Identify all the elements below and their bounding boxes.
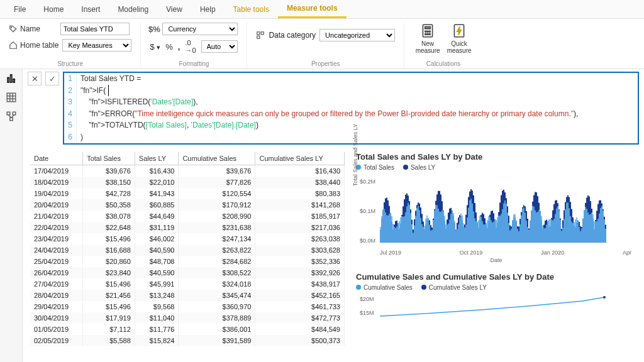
svg-rect-267 — [528, 229, 530, 243]
new-measure-button[interactable]: New measure — [413, 23, 442, 54]
data-view-icon[interactable] — [6, 92, 17, 103]
svg-rect-109 — [429, 224, 430, 242]
data-category-select[interactable]: Uncategorized — [319, 29, 395, 41]
cancel-formula-button[interactable]: ✕ — [28, 72, 42, 85]
measure-name-input[interactable] — [60, 23, 130, 35]
table-row[interactable]: 17/04/2019$39,676$16,430$39,676$16,430 — [30, 165, 345, 177]
line-chart-svg: $20M $15M — [356, 292, 608, 317]
svg-rect-73 — [406, 206, 408, 243]
svg-rect-97 — [421, 224, 423, 242]
ribbon: Name Home table Key Measures Structure $… — [0, 19, 644, 69]
chart-sales-by-date[interactable]: Total Sales and Sales LY by Date Total S… — [356, 152, 636, 263]
tab-home[interactable]: Home — [35, 0, 72, 18]
table-row[interactable]: 26/04/2019$23,840$40,590$308,522$392,926 — [30, 267, 345, 278]
table-row[interactable]: 18/04/2019$38,150$22,010$77,826$38,440 — [30, 177, 345, 188]
svg-rect-35 — [382, 209, 384, 243]
svg-rect-13 — [8, 78, 9, 83]
tab-table-tools[interactable]: Table tools — [225, 0, 278, 18]
svg-rect-369 — [592, 214, 594, 243]
table-row[interactable]: 25/04/2019$20,860$48,708$284,682$352,336 — [30, 256, 345, 267]
home-table-label: Home table — [20, 41, 58, 50]
table-row[interactable]: 30/04/2019$17,919$11,040$378,889$472,773 — [30, 312, 345, 324]
table-row[interactable]: 28/04/2019$21,456$13,248$345,474$452,165 — [30, 290, 345, 301]
tab-help[interactable]: Help — [191, 0, 225, 18]
chart-cumulative[interactable]: Cumulative Sales and Cumulative Sales LY… — [356, 272, 636, 319]
col-header[interactable]: Cumulative Sales LY — [255, 152, 345, 165]
area-chart-svg: $0.2M $0.1M $0.0M — [356, 172, 608, 248]
svg-rect-171 — [468, 207, 469, 243]
tab-modeling[interactable]: Modeling — [109, 0, 157, 18]
thousands-button[interactable]: , — [178, 42, 180, 52]
svg-rect-177 — [472, 203, 473, 242]
svg-text:$15M: $15M — [360, 310, 374, 316]
table-row[interactable]: 24/04/2019$16,688$40,590$263,822$303,628 — [30, 244, 345, 256]
table-row[interactable]: 23/04/2019$15,496$46,002$247,134$263,038 — [30, 233, 345, 244]
svg-rect-87 — [415, 216, 416, 243]
col-header[interactable]: Total Sales — [83, 152, 135, 165]
svg-rect-317 — [560, 219, 561, 242]
table-row[interactable]: 27/04/2019$15,496$45,991$324,018$438,917 — [30, 278, 345, 290]
col-header[interactable]: Cumulative Sales — [179, 152, 255, 165]
quick-measure-button[interactable]: Quick measure — [445, 23, 474, 54]
svg-rect-323 — [564, 219, 565, 242]
col-header[interactable]: Sales LY — [135, 152, 179, 165]
svg-rect-375 — [596, 221, 597, 242]
svg-point-11 — [429, 33, 430, 35]
dax-editor[interactable]: 1Total Sales YTD =2"fn">IF( 3 "fn">ISFIL… — [63, 72, 639, 145]
tab-view[interactable]: View — [157, 0, 191, 18]
svg-rect-277 — [535, 210, 536, 242]
table-row[interactable]: 19/04/2019$42,728$41,943$120,554$80,383 — [30, 188, 345, 199]
svg-rect-313 — [557, 206, 558, 243]
svg-rect-15 — [13, 79, 14, 82]
svg-rect-61 — [399, 221, 400, 243]
model-view-icon[interactable] — [6, 111, 17, 122]
svg-rect-329 — [567, 202, 569, 243]
tab-file[interactable]: File — [5, 0, 35, 18]
table-row[interactable]: 21/04/2019$38,078$44,649$208,990$185,917 — [30, 211, 345, 222]
home-table-select[interactable]: Key Measures — [62, 39, 131, 52]
format-select[interactable]: Currency — [162, 23, 238, 35]
svg-rect-389 — [605, 229, 606, 243]
svg-rect-315 — [558, 210, 560, 242]
svg-rect-41 — [386, 215, 387, 243]
svg-rect-291 — [543, 228, 545, 243]
svg-rect-363 — [589, 214, 590, 243]
tab-measure-tools[interactable]: Measure tools — [278, 0, 347, 18]
svg-rect-143 — [450, 214, 452, 243]
tag-icon — [9, 25, 18, 33]
table-row[interactable]: 20/04/2019$50,358$60,885$170,912$141,268 — [30, 199, 345, 211]
report-view-icon[interactable] — [6, 73, 17, 84]
table-row[interactable]: 02/05/2019$5,588$15,824$391,589$500,373 — [30, 335, 345, 346]
svg-rect-285 — [540, 211, 541, 243]
svg-rect-113 — [431, 230, 433, 243]
svg-rect-77 — [409, 205, 410, 243]
table-visual[interactable]: DateTotal SalesSales LYCumulative SalesC… — [30, 152, 345, 357]
svg-rect-161 — [462, 215, 463, 242]
decimal-dec-button[interactable]: .0→0 — [185, 39, 196, 54]
percent-button[interactable]: % — [165, 42, 173, 52]
currency-button[interactable]: $ ▾ — [150, 42, 160, 52]
svg-rect-271 — [531, 210, 532, 242]
table-row[interactable]: 22/04/2019$22,648$31,119$231,638$217,036 — [30, 222, 345, 233]
svg-rect-301 — [550, 219, 551, 242]
svg-rect-199 — [486, 222, 487, 243]
svg-rect-279 — [536, 212, 537, 243]
table-row[interactable]: 29/04/2019$15,496$9,568$360,970$461,733 — [30, 301, 345, 312]
format-icon: $% — [150, 25, 158, 33]
svg-rect-139 — [448, 223, 449, 242]
svg-rect-5 — [425, 27, 431, 29]
decimals-select[interactable]: Auto — [201, 40, 238, 53]
svg-rect-2 — [262, 32, 264, 35]
commit-formula-button[interactable]: ✓ — [45, 72, 59, 85]
svg-rect-349 — [580, 231, 581, 242]
svg-rect-151 — [455, 230, 457, 243]
svg-rect-331 — [569, 208, 570, 243]
svg-rect-125 — [439, 211, 440, 242]
svg-rect-319 — [561, 231, 562, 243]
svg-rect-67 — [402, 217, 404, 243]
svg-rect-209 — [492, 222, 493, 243]
col-header[interactable]: Date — [30, 152, 83, 165]
tab-insert[interactable]: Insert — [72, 0, 109, 18]
table-row[interactable]: 01/05/2019$7,112$11,776$386,001$484,549 — [30, 324, 345, 335]
svg-rect-387 — [604, 219, 605, 243]
